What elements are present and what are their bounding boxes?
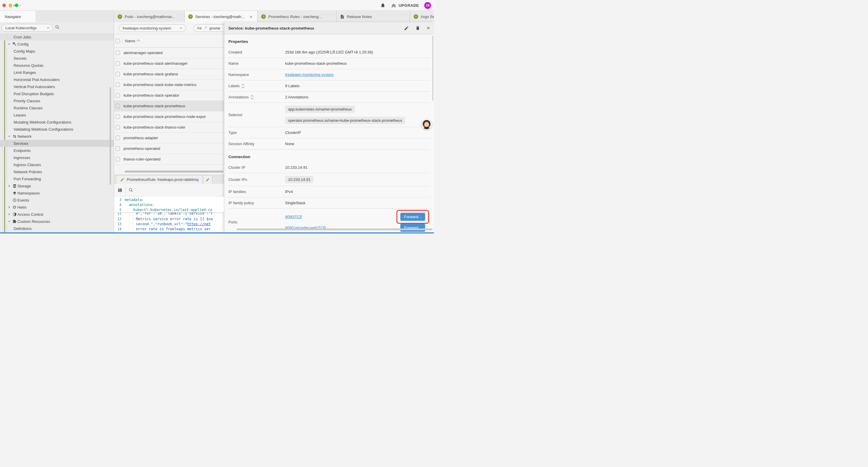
tab-release-notes[interactable]: Release Notes: [337, 11, 410, 22]
row-checkbox[interactable]: [116, 83, 120, 87]
sidebar-item-mutating-webhook-configurations[interactable]: Mutating Webhook Configurations: [0, 119, 114, 126]
name-column-header[interactable]: Name: [125, 39, 140, 43]
table-search-input[interactable]: Aa .* prome: [193, 24, 224, 32]
panel-vertical-scrollbar[interactable]: [432, 36, 433, 101]
table-row-kube-prometheus-stack-grafana[interactable]: kube-prometheus-stack-grafana: [114, 69, 224, 80]
sidebar-search-icon[interactable]: [55, 25, 60, 30]
close-tab-icon[interactable]: ×: [250, 14, 252, 19]
tab-prometheus-rules-icechen[interactable]: Prometheus Rules - icecheng...: [258, 11, 337, 22]
sidebar-item-limit-ranges[interactable]: Limit Ranges: [0, 69, 114, 76]
sidebar-item-custom-resources[interactable]: Custom Resources: [0, 218, 114, 225]
row-checkbox[interactable]: [116, 114, 120, 119]
chevron-right-icon[interactable]: [7, 184, 11, 187]
search-icon[interactable]: [128, 188, 133, 193]
tab-argo-se[interactable]: Argo Se: [410, 11, 434, 22]
row-checkbox[interactable]: [116, 93, 120, 97]
notification-count-badge[interactable]: 15: [424, 2, 431, 9]
tab-pods-icecheng-mathmas-[interactable]: Pods - icecheng@mathmas...: [114, 11, 185, 22]
row-checkbox[interactable]: [116, 146, 120, 151]
dock-tab-prometheusrule[interactable]: PrometheusRule: freeleaps-prod-rabbitmq: [116, 175, 203, 184]
chevron-down-icon[interactable]: [7, 220, 11, 223]
sidebar-item-events[interactable]: Events: [0, 197, 114, 204]
bell-icon[interactable]: [380, 3, 385, 8]
sidebar-item-namespaces[interactable]: Namespaces: [0, 189, 114, 197]
close-window-button[interactable]: [2, 4, 6, 7]
panel-horizontal-scrollbar[interactable]: [237, 229, 433, 230]
match-case-icon[interactable]: Aa: [197, 26, 202, 30]
table-row-alertmanager-operated[interactable]: alertmanager-operated: [114, 48, 224, 58]
save-icon[interactable]: [118, 188, 122, 193]
service-name: kube-prometheus-stack-grafana: [123, 72, 178, 76]
table-row-prometheus-adapter[interactable]: prometheus-adapter: [114, 133, 224, 143]
table-row-prometheus-operated[interactable]: prometheus-operated: [114, 143, 224, 154]
row-checkbox[interactable]: [116, 157, 120, 162]
sidebar-item-validating-webhook-configurations[interactable]: Validating Webhook Configurations: [0, 126, 114, 133]
namespace-select[interactable]: freeleaps-monitoring-system: [119, 24, 186, 32]
sort-toggle-icon[interactable]: [242, 84, 244, 88]
chevron-down-icon[interactable]: [7, 42, 11, 46]
row-checkbox[interactable]: [116, 104, 120, 108]
row-checkbox[interactable]: [116, 61, 120, 66]
dock-tab-partial[interactable]: [203, 175, 212, 184]
sort-toggle-icon[interactable]: [251, 95, 253, 99]
upgrade-button[interactable]: UPGRADE: [391, 3, 419, 8]
row-checkbox[interactable]: [116, 72, 120, 76]
sidebar-item-network[interactable]: Network: [0, 133, 114, 140]
chevron-right-icon[interactable]: [7, 206, 11, 209]
select-all-checkbox[interactable]: [116, 39, 120, 43]
sidebar-item-access-control[interactable]: Access Control: [0, 211, 114, 218]
yaml-editor[interactable]: 3metadata:4annotations:5kubectl.kubernet…: [114, 197, 224, 232]
table-row-thanos-ruler-operated[interactable]: thanos-ruler-operated: [114, 154, 224, 165]
table-row-kube-prometheus-stack-prometheus-node-expor[interactable]: kube-prometheus-stack-prometheus-node-ex…: [114, 111, 224, 122]
table-row-kube-prometheus-stack-thanos-ruler[interactable]: kube-prometheus-stack-thanos-ruler: [114, 122, 224, 133]
sidebar-scrollbar[interactable]: [110, 87, 111, 185]
chevron-down-icon[interactable]: [7, 135, 11, 138]
sidebar-item-horizontal-pod-autoscalers[interactable]: Horizontal Pod Autoscalers: [0, 76, 114, 83]
sidebar-item-pod-disruption-budgets[interactable]: Pod Disruption Budgets: [0, 90, 114, 97]
row-checkbox[interactable]: [116, 51, 120, 55]
kubeconfig-select[interactable]: Local Kubeconfigs: [1, 24, 53, 32]
sidebar-item-runtime-classes[interactable]: Runtime Classes: [0, 104, 114, 111]
sidebar-item-leases[interactable]: Leases: [0, 111, 114, 119]
forward-arrow-icon[interactable]: →: [17, 2, 22, 8]
table-horizontal-scrollbar[interactable]: [125, 171, 223, 173]
forward-button[interactable]: Forward...: [400, 224, 425, 232]
row-checkbox[interactable]: [116, 136, 120, 140]
sidebar-item-config-maps[interactable]: Config Maps: [0, 48, 114, 55]
back-arrow-icon[interactable]: ←: [12, 2, 18, 8]
chevron-right-icon[interactable]: [7, 213, 11, 216]
sidebar-item-ingress-classes[interactable]: Ingress Classes: [0, 161, 114, 168]
table-row-kube-prometheus-stack-prometheus[interactable]: kube-prometheus-stack-prometheus: [114, 101, 224, 111]
navigator-tab[interactable]: Navigator: [0, 11, 35, 22]
sidebar-item-ingresses[interactable]: Ingresses: [0, 154, 114, 161]
avatar[interactable]: [421, 119, 432, 130]
sidebar-item-secrets[interactable]: Secrets: [0, 55, 114, 62]
sidebar-item-vertical-pod-autoscalers[interactable]: Vertical Pod Autoscalers: [0, 83, 114, 90]
pencil-icon: [206, 178, 210, 182]
sidebar-item-storage[interactable]: Storage: [0, 182, 114, 189]
sidebar-item-services[interactable]: Services: [0, 140, 114, 147]
sidebar-item-priority-classes[interactable]: Priority Classes: [0, 97, 114, 104]
edit-icon[interactable]: [404, 26, 409, 31]
value-badge: app.kubernetes.io/name=prometheus: [285, 106, 355, 113]
table-row-kube-prometheus-stack-operator[interactable]: kube-prometheus-stack-operator: [114, 90, 224, 101]
sidebar-item-config[interactable]: Config: [0, 40, 114, 48]
sidebar-item-endpoints[interactable]: Endpoints: [0, 147, 114, 154]
close-icon[interactable]: ×: [427, 25, 430, 31]
row-checkbox[interactable]: [116, 125, 120, 129]
port-link[interactable]: 9090/TCP: [285, 214, 303, 219]
table-row-kube-prometheus-stack-alertmanager[interactable]: kube-prometheus-stack-alertmanager: [114, 58, 224, 69]
namespace-link[interactable]: freeleaps-monitoring-system: [285, 72, 334, 77]
table-row-kube-prometheus-stack-kube-state-metrics[interactable]: kube-prometheus-stack-kube-state-metrics: [114, 80, 224, 90]
regex-icon[interactable]: .*: [204, 26, 207, 30]
minimize-window-button[interactable]: [8, 4, 12, 7]
sidebar-item-network-policies[interactable]: Network Policies: [0, 168, 114, 175]
sidebar-item-resource-quotas[interactable]: Resource Quotas: [0, 62, 114, 69]
sidebar-item-definitions[interactable]: Definitions: [0, 225, 114, 232]
sidebar-item-helm[interactable]: Helm: [0, 204, 114, 211]
sidebar-item-port-forwarding[interactable]: Port Forwarding: [0, 175, 114, 182]
trash-icon[interactable]: [415, 26, 420, 30]
forward-button[interactable]: Forward...: [400, 213, 425, 221]
sidebar-item-cron-jobs[interactable]: Cron Jobs: [0, 33, 114, 40]
tab-services-icecheng-math-[interactable]: Services - icecheng@math...×: [185, 11, 258, 22]
